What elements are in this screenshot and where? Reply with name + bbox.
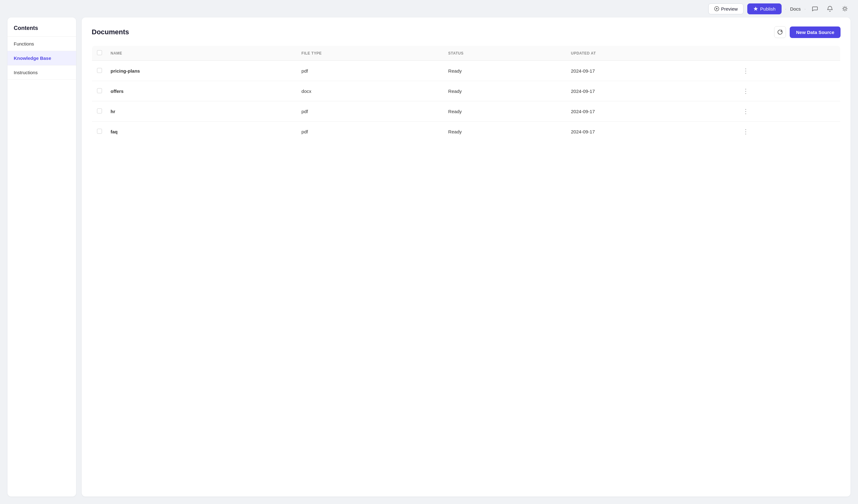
refresh-button[interactable] <box>774 26 786 38</box>
table-row: pricing-plans pdf Ready 2024-09-17 ⋮ <box>92 61 841 81</box>
row-updated-at: 2024-09-17 <box>566 81 735 101</box>
row-checkbox-cell <box>92 61 106 81</box>
row-name: faq <box>106 121 297 142</box>
svg-point-2 <box>844 7 846 10</box>
header-checkbox-col <box>92 46 106 61</box>
notification-button[interactable] <box>824 3 836 14</box>
page-title: Documents <box>92 28 129 36</box>
row-checkbox-cell <box>92 81 106 101</box>
table-row: faq pdf Ready 2024-09-17 ⋮ <box>92 121 841 142</box>
sidebar-item-knowledge-base-label: Knowledge Base <box>14 55 51 61</box>
main-layout: Contents Functions Knowledge Base Instru… <box>0 17 858 504</box>
row-status: Ready <box>443 101 566 121</box>
svg-line-9 <box>846 7 846 7</box>
sidebar-title: Contents <box>7 25 76 37</box>
svg-line-8 <box>846 10 846 10</box>
svg-marker-1 <box>716 8 718 10</box>
sidebar-item-knowledge-base[interactable]: Knowledge Base <box>7 51 76 65</box>
row-checkbox-2[interactable] <box>97 109 102 113</box>
preview-label: Preview <box>721 6 737 12</box>
main-content: Documents New Data Source NAME <box>82 17 851 497</box>
row-name: hr <box>106 101 297 121</box>
publish-button[interactable]: Publish <box>747 3 781 14</box>
header-status: STATUS <box>443 46 566 61</box>
new-datasource-button[interactable]: New Data Source <box>790 27 841 38</box>
row-checkbox-1[interactable] <box>97 88 102 93</box>
row-more-button[interactable]: ⋮ <box>740 66 752 76</box>
row-checkbox-0[interactable] <box>97 68 102 73</box>
row-checkbox-cell <box>92 121 106 142</box>
publish-icon <box>753 6 758 11</box>
topnav: Preview Publish · Docs · <box>0 0 858 17</box>
sidebar-item-functions[interactable]: Functions <box>7 37 76 51</box>
header-actions <box>735 46 840 61</box>
row-more-button[interactable]: ⋮ <box>740 106 752 116</box>
svg-line-10 <box>843 10 843 10</box>
row-file-type: pdf <box>297 61 444 81</box>
header-file-type: FILE TYPE <box>297 46 444 61</box>
header-updated-at: UPDATED AT <box>566 46 735 61</box>
sidebar-item-instructions-label: Instructions <box>14 70 38 75</box>
row-checkbox-3[interactable] <box>97 129 102 134</box>
chat-button[interactable] <box>809 3 821 14</box>
row-actions: ⋮ <box>735 81 840 101</box>
sidebar-item-instructions[interactable]: Instructions <box>7 65 76 80</box>
docs-link[interactable]: Docs <box>790 6 800 12</box>
header-actions: New Data Source <box>774 26 841 38</box>
theme-toggle-button[interactable] <box>839 3 851 14</box>
row-checkbox-cell <box>92 101 106 121</box>
sidebar: Contents Functions Knowledge Base Instru… <box>7 17 76 497</box>
row-file-type: pdf <box>297 121 444 142</box>
sidebar-item-functions-label: Functions <box>14 41 34 46</box>
select-all-checkbox[interactable] <box>97 50 102 55</box>
row-actions: ⋮ <box>735 101 840 121</box>
content-header: Documents New Data Source <box>92 26 841 38</box>
preview-icon <box>714 6 719 11</box>
table-header-row: NAME FILE TYPE STATUS UPDATED AT <box>92 46 841 61</box>
row-name: pricing-plans <box>106 61 297 81</box>
row-updated-at: 2024-09-17 <box>566 121 735 142</box>
row-updated-at: 2024-09-17 <box>566 101 735 121</box>
separator-1: · <box>785 6 786 11</box>
row-file-type: docx <box>297 81 444 101</box>
table-row: hr pdf Ready 2024-09-17 ⋮ <box>92 101 841 121</box>
row-actions: ⋮ <box>735 121 840 142</box>
row-status: Ready <box>443 61 566 81</box>
documents-table: NAME FILE TYPE STATUS UPDATED AT pricing… <box>92 46 841 142</box>
publish-label: Publish <box>760 6 775 12</box>
row-more-button[interactable]: ⋮ <box>740 86 752 96</box>
row-file-type: pdf <box>297 101 444 121</box>
separator-2: · <box>804 6 806 11</box>
preview-button[interactable]: Preview <box>708 3 744 14</box>
row-status: Ready <box>443 81 566 101</box>
row-status: Ready <box>443 121 566 142</box>
row-more-button[interactable]: ⋮ <box>740 127 752 136</box>
row-name: offers <box>106 81 297 101</box>
header-name: NAME <box>106 46 297 61</box>
table-row: offers docx Ready 2024-09-17 ⋮ <box>92 81 841 101</box>
row-actions: ⋮ <box>735 61 840 81</box>
row-updated-at: 2024-09-17 <box>566 61 735 81</box>
svg-line-7 <box>843 7 843 7</box>
